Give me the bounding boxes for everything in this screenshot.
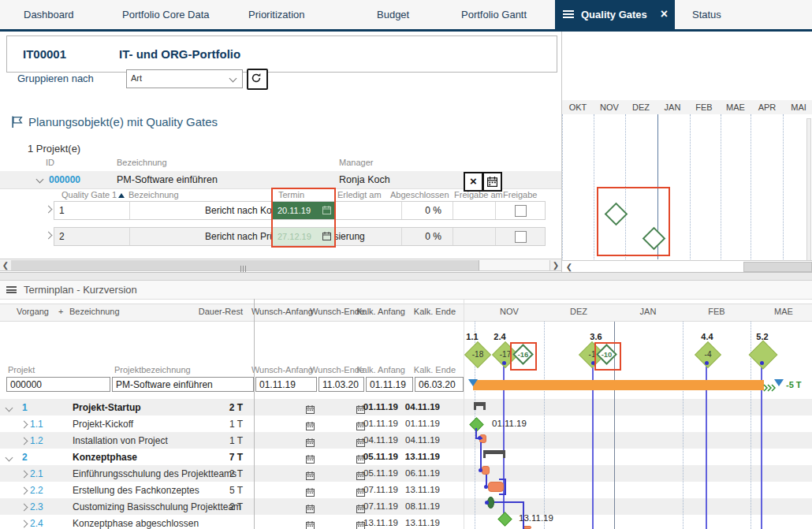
col-quality-gate[interactable]: Quality Gate (61, 190, 110, 199)
task-calc-end: 01.11.19 (400, 419, 440, 428)
gate-number: 2 (59, 231, 65, 242)
nav-item-budget[interactable]: Budget (377, 0, 409, 29)
col-erledigt-am[interactable]: Erledigt am (337, 190, 382, 199)
app-window: Dashboard Portfolio Core Data Prioritiza… (0, 0, 812, 529)
menu-icon[interactable] (563, 10, 574, 19)
task-row[interactable]: 2.3Customizing Basisschulung Projektteam… (0, 498, 812, 515)
calendar-icon[interactable] (306, 519, 315, 529)
collapse-icon[interactable] (36, 176, 44, 184)
month-label: NOV (594, 102, 625, 112)
collapse-icon[interactable] (6, 404, 13, 412)
schedule-pane: Terminplan - Kurzversion Vorgang + Bezei… (0, 281, 812, 529)
collapse-icon[interactable] (6, 454, 13, 462)
gate-done-cell[interactable] (335, 228, 401, 245)
vertical-scrollbar[interactable] (806, 118, 811, 272)
approval-checkbox[interactable] (515, 231, 527, 243)
col-abgeschlossen[interactable]: Abgeschlossen (390, 190, 447, 199)
wish-start-field[interactable]: 01.11.19 (255, 377, 317, 392)
scrollbar-thumb[interactable] (743, 262, 812, 272)
task-row[interactable]: 1Projekt-Startup2 T01.11.1904.11.19 (0, 399, 812, 415)
expand-icon[interactable] (45, 232, 53, 240)
task-calc-end: 04.11.19 (400, 435, 440, 445)
expand-icon[interactable] (20, 487, 28, 495)
horizontal-scrollbar[interactable]: ❮ (562, 260, 812, 272)
task-number[interactable]: 1.1 (30, 419, 43, 430)
refresh-button[interactable] (247, 69, 268, 90)
gate-completed: 0 % (425, 231, 441, 242)
month-label: DEZ (625, 102, 657, 112)
task-calc-end: 13.11.19 (400, 485, 440, 494)
task-number[interactable]: 2.1 (30, 468, 43, 479)
scroll-left-icon[interactable]: ❮ (0, 260, 12, 270)
section-title: Planungsobjekt(e) mit Quality Gates (28, 115, 218, 129)
task-name: Konzeptphase abgeschlossen (73, 518, 199, 529)
task-rows: 1Projekt-Startup2 T01.11.1904.11.191.1Pr… (0, 281, 812, 529)
column-divider[interactable] (254, 299, 255, 529)
task-calc-start: 05.11.19 (359, 452, 398, 461)
project-name-field[interactable]: PM-Software einführen (112, 377, 254, 392)
task-calc-start: 13.11.19 (359, 518, 398, 527)
project-id-field[interactable]: 000000 (6, 377, 110, 392)
task-row[interactable]: 2.1Einführungsschulung des Projektteams2… (0, 465, 812, 482)
horizontal-scrollbar[interactable]: ❮ ❯ (0, 259, 561, 271)
task-number[interactable]: 1.2 (30, 435, 43, 446)
expand-icon[interactable] (20, 438, 28, 445)
task-row[interactable]: 1.2Installation von Project1 T04.11.1904… (0, 432, 812, 449)
wish-end-field[interactable]: 11.03.20 (318, 377, 364, 392)
calendar-button[interactable] (482, 172, 502, 192)
col-gate-name[interactable]: Bezeichnung (129, 190, 179, 199)
task-row[interactable]: 2.2Erstellung des Fachkonzeptes5 T07.11.… (0, 482, 812, 498)
gate-done-cell[interactable] (335, 202, 401, 219)
close-tab-icon[interactable]: × (661, 6, 668, 22)
calc-start-field[interactable]: 01.11.19 (366, 377, 413, 392)
nav-item-portfolio-core-data[interactable]: Portfolio Core Data (122, 0, 210, 29)
task-calc-start: 01.11.19 (359, 419, 398, 428)
nav-item-status[interactable]: Status (692, 0, 721, 29)
approval-checkbox[interactable] (515, 205, 527, 217)
scrollbar-thumb[interactable] (11, 260, 479, 270)
sort-indicator[interactable]: 1 (112, 190, 125, 199)
table-gantt-divider[interactable] (464, 299, 464, 529)
tab-quality-gates[interactable]: Quality Gates × (555, 0, 675, 29)
task-number[interactable]: 1 (22, 402, 28, 413)
task-name: Konzeptphase (73, 452, 137, 463)
project-manager: Ronja Koch (339, 174, 390, 185)
qg-gantt-panel: OKT NOV DEZ JAN FEB MAE APR MAI ❮ (562, 32, 812, 272)
group-by-dropdown[interactable]: Art (126, 69, 243, 88)
scrollbar-grip-icon (240, 262, 249, 269)
tab-label: Quality Gates (581, 0, 647, 29)
expand-icon[interactable] (20, 421, 28, 429)
month-label: MAI (783, 102, 812, 112)
task-duration: 2 T (189, 501, 243, 512)
calc-end-field[interactable]: 06.03.20 (415, 377, 464, 392)
task-row[interactable]: 2Konzeptphase7 T05.11.1913.11.19 (0, 449, 812, 465)
task-duration: 5 T (189, 485, 243, 496)
quality-gates-pane: IT00001 IT- und ORG-Portfolio Gruppieren… (0, 32, 562, 272)
expand-icon[interactable] (20, 504, 28, 512)
task-row[interactable]: 2.4Konzeptphase abgeschlossen13.11.1913.… (0, 515, 812, 529)
gate-approved-cell[interactable] (453, 202, 495, 219)
chevron-down-icon (229, 75, 237, 83)
scroll-left-icon[interactable]: ❮ (564, 262, 575, 272)
clear-button[interactable]: × (464, 172, 483, 192)
col-freigabe-am[interactable]: Freigabe am (454, 190, 503, 199)
task-calc-start: 05.11.19 (359, 468, 398, 478)
expand-icon[interactable] (45, 206, 53, 214)
pane-splitter[interactable] (0, 272, 812, 281)
task-duration: 1 T (189, 435, 243, 446)
task-number[interactable]: 2.2 (30, 485, 43, 496)
scroll-right-icon[interactable]: ❯ (549, 260, 561, 270)
expand-icon[interactable] (20, 520, 28, 528)
task-number[interactable]: 2 (22, 452, 28, 463)
gate-approved-cell[interactable] (453, 228, 495, 245)
expand-icon[interactable] (20, 471, 28, 479)
task-number[interactable]: 2.3 (30, 501, 43, 512)
portfolio-title: IT- und ORG-Portfolio (119, 47, 240, 61)
col-freigabe[interactable]: Freigabe (503, 190, 537, 199)
task-row[interactable]: 1.1Projekt-Kickoff1 T01.11.1901.11.19 (0, 415, 812, 432)
project-id[interactable]: 000000 (49, 174, 80, 185)
task-number[interactable]: 2.4 (30, 518, 43, 529)
nav-item-portfolio-gantt[interactable]: Portfolio Gantt (461, 0, 527, 29)
nav-item-dashboard[interactable]: Dashboard (24, 0, 74, 29)
nav-item-prioritization[interactable]: Prioritization (248, 0, 305, 29)
